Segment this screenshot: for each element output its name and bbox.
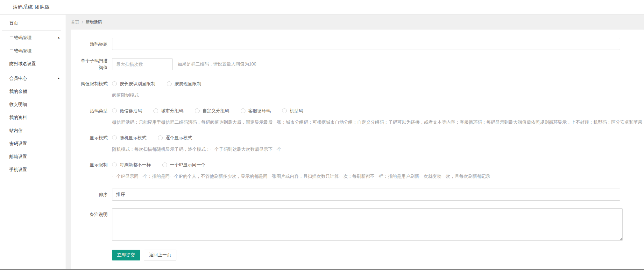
sidebar-item-my-balance[interactable]: 我的余额 <box>0 85 66 98</box>
radio-circle-icon <box>282 108 287 113</box>
radio-sequential-display-mode[interactable]: 逐个显示模式 <box>158 135 192 141</box>
sidebar-group-qrcode-management[interactable]: 二维码管理 ▲ <box>0 31 66 44</box>
radio-city-group-code[interactable]: 城市分组码 <box>153 108 183 114</box>
display-limit-label: 显示限制 <box>80 162 108 168</box>
sidebar-group-label: 二维码管理 <box>9 35 32 40</box>
title-label: 活码标题 <box>80 41 108 47</box>
form-actions: 立即提交 返回上一页 <box>112 250 644 260</box>
chevron-up-icon: ▲ <box>57 72 60 85</box>
sort-label: 排序 <box>80 191 108 198</box>
threshold-label: 单个子码扫描阀值 <box>80 58 108 71</box>
breadcrumb-separator: / <box>82 20 83 24</box>
code-type-hint: 微信群活码：只能应用于微信群二维码活码，每码阀值达到最大后，固定显示最后一张；城… <box>112 119 642 125</box>
title-input[interactable] <box>112 38 620 50</box>
display-mode-label: 显示模式 <box>80 135 108 141</box>
radio-random-display-mode[interactable]: 随机显示模式 <box>112 135 146 141</box>
form-row-code-type: 活码类型 微信群活码 城市分组码 自定义分组码 <box>80 107 644 125</box>
radio-circle-icon <box>112 81 117 86</box>
limit-mode-hint: 阀值限制模式 <box>112 92 213 98</box>
sidebar-item-antiblock-domain[interactable]: 防封域名设置 <box>0 57 66 70</box>
sidebar-divider <box>2 30 61 31</box>
sidebar-item-qrcode-management[interactable]: 二维码管理 <box>0 44 66 57</box>
sidebar-group-member-center[interactable]: 会员中心 ▲ <box>0 72 66 85</box>
app-logo: 活码系统 团队版 <box>0 4 50 10</box>
radio-different-each-refresh[interactable]: 每刷新都不一样 <box>112 162 151 168</box>
radio-service-loop-code[interactable]: 客服循环码 <box>241 108 271 114</box>
back-button[interactable]: 返回上一页 <box>144 250 176 260</box>
breadcrumb-current: 新增活码 <box>86 19 102 25</box>
form-row-sort: 排序 <box>80 189 644 201</box>
radio-circle-icon <box>112 108 117 113</box>
radio-circle-icon <box>112 163 117 167</box>
limit-mode-label: 阀值限制模式 <box>80 80 108 87</box>
remark-textarea[interactable] <box>112 208 623 241</box>
sidebar-item-email-settings[interactable]: 邮箱设置 <box>0 150 66 163</box>
bottom-window-edge <box>0 269 644 270</box>
radio-custom-group-code[interactable]: 自定义分组码 <box>195 108 229 114</box>
sidebar-item-phone-settings[interactable]: 手机设置 <box>0 163 66 176</box>
form-row-limit-mode: 阀值限制模式 按长按识别量限制 按展现量限制 阀值限制模式 <box>80 80 644 98</box>
radio-circle-icon <box>153 108 158 113</box>
threshold-hint: 如果是群二维码，请设置最大阀值为100 <box>178 61 256 67</box>
radio-circle-icon <box>167 81 172 86</box>
sidebar-item-password-settings[interactable]: 密码设置 <box>0 137 66 150</box>
new-livecode-form-card: 活码标题 单个子码扫描阀值 如果是群二维码，请设置最大阀值为100 阀值限制模式 <box>71 30 644 269</box>
radio-same-ip-same-code[interactable]: 一个IP显示同一个 <box>162 162 205 168</box>
sidebar-group-label: 会员中心 <box>9 76 27 81</box>
breadcrumb: 首页 / 新增活码 <box>66 15 644 30</box>
sidebar-item-income-detail[interactable]: 收支明细 <box>0 98 66 111</box>
radio-circle-icon <box>158 135 163 140</box>
form-row-threshold: 单个子码扫描阀值 如果是群二维码，请设置最大阀值为100 <box>80 58 644 71</box>
code-type-label: 活码类型 <box>80 107 108 114</box>
sidebar: 首页 二维码管理 ▲ 二维码管理 防封域名设置 会员中心 ▲ 我的余额 收支明细… <box>0 15 66 269</box>
main-content: 首页 / 新增活码 活码标题 单个子码扫描阀值 如果是群二维码，请设置最大阀值为… <box>66 15 644 269</box>
form-row-display-limit: 显示限制 每刷新都不一样 一个IP显示同一个 一个IP显示同一个：指的是同一个I… <box>80 162 644 179</box>
threshold-input[interactable] <box>112 58 173 70</box>
display-mode-hint: 随机模式：每次扫描都随机显示子码，逐个模式：一个子码到达最大次数后显示下一个 <box>112 146 281 152</box>
sidebar-item-site-message[interactable]: 站内信 <box>0 124 66 137</box>
radio-limit-by-display[interactable]: 按展现量限制 <box>167 81 201 87</box>
submit-button[interactable]: 立即提交 <box>112 250 140 260</box>
radio-circle-icon <box>112 135 117 140</box>
radio-limit-by-longpress[interactable]: 按长按识别量限制 <box>112 81 155 87</box>
form-row-display-mode: 显示模式 随机显示模式 逐个显示模式 随机模式：每次扫描都随机显示子码，逐个模式… <box>80 135 644 152</box>
display-limit-hint: 一个IP显示同一个：指的是同一个IP的个人，不管他刷新多少次，显示的都是同一张图… <box>112 173 490 179</box>
form-row-title: 活码标题 <box>80 38 644 50</box>
app-header: 活码系统 团队版 <box>0 0 644 15</box>
radio-wechat-group-code[interactable]: 微信群活码 <box>112 108 142 114</box>
form-row-remark: 备注说明 <box>80 208 644 241</box>
radio-device-model-code[interactable]: 机型码 <box>282 108 303 114</box>
radio-circle-icon <box>241 108 245 113</box>
radio-circle-icon <box>162 163 167 167</box>
breadcrumb-home-link[interactable]: 首页 <box>71 19 79 25</box>
radio-circle-icon <box>195 108 200 113</box>
remark-label: 备注说明 <box>80 208 108 218</box>
sidebar-item-my-profile[interactable]: 我的资料 <box>0 111 66 124</box>
sidebar-item-home[interactable]: 首页 <box>0 17 66 30</box>
sidebar-divider <box>2 71 61 71</box>
sort-input[interactable] <box>112 189 620 201</box>
chevron-up-icon: ▲ <box>57 31 60 44</box>
